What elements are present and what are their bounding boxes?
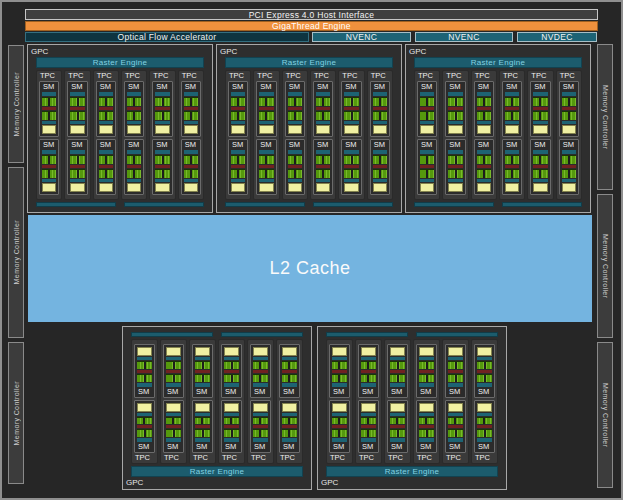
sm-teal-bar <box>448 92 462 96</box>
sm-block: SM <box>416 400 437 454</box>
sm-teal-bar <box>332 383 347 387</box>
tpc-column: TPCSMSM <box>499 70 525 200</box>
sm-core-grid <box>477 361 492 369</box>
sm-yellow-bar <box>42 183 56 192</box>
sm-maroon-bar <box>419 425 434 428</box>
sm-label: SM <box>448 83 462 91</box>
sm-teal-bar-thin <box>137 413 152 416</box>
gpc-label: GPC <box>409 46 582 57</box>
l2-cache-block: L2 Cache <box>28 215 592 322</box>
sm-teal-bar <box>99 92 113 96</box>
sm-label: SM <box>155 141 169 149</box>
sm-teal-bar <box>231 92 245 96</box>
sm-maroon-bar <box>477 370 492 373</box>
sm-core-grid <box>332 429 347 437</box>
sm-maroon-bar <box>184 107 198 110</box>
sm-core-grid <box>195 374 210 382</box>
sm-maroon-bar <box>282 425 297 428</box>
sm-maroon-bar <box>224 370 239 373</box>
tpc-column: TPCSMSM <box>556 70 582 200</box>
sm-yellow-bar <box>390 403 405 412</box>
sm-core-grid <box>316 155 330 164</box>
tpc-column: TPCSMSM <box>471 339 498 464</box>
memory-controller-right-1: Memory Controller <box>597 44 613 190</box>
sm-block: SM <box>221 400 242 454</box>
sm-teal-bar-thin <box>390 357 405 360</box>
sm-maroon-bar <box>155 107 169 110</box>
sm-maroon-bar <box>316 107 330 110</box>
sm-yellow-bar <box>70 125 84 134</box>
sm-block: SM <box>370 81 390 137</box>
sm-yellow-bar <box>448 403 463 412</box>
sm-label: SM <box>332 388 347 396</box>
sm-maroon-bar <box>505 165 519 168</box>
sm-maroon-bar <box>155 165 169 168</box>
sm-teal-bar-thin <box>562 121 576 124</box>
sm-core-grid <box>477 111 491 120</box>
sm-core-grid <box>137 361 152 369</box>
sm-yellow-bar <box>390 347 405 356</box>
sm-teal-bar <box>562 150 576 154</box>
sm-label: SM <box>420 141 434 149</box>
tpc-label: TPC <box>559 71 579 81</box>
sm-core-grid <box>155 97 169 106</box>
sm-label: SM <box>195 388 210 396</box>
tpc-column: TPCSMSM <box>178 70 204 200</box>
sm-core-grid <box>70 111 84 120</box>
sm-yellow-bar <box>373 125 387 134</box>
sm-block: SM <box>559 81 579 137</box>
sm-label: SM <box>533 141 547 149</box>
tpc-label: TPC <box>228 71 248 81</box>
sm-block: SM <box>559 139 579 195</box>
sm-maroon-bar <box>477 425 492 428</box>
tpc-column: TPCSMSM <box>384 339 411 464</box>
gpc-label: GPC <box>220 46 393 57</box>
sm-label: SM <box>361 388 376 396</box>
sm-maroon-bar <box>419 370 434 373</box>
sm-block: SM <box>256 81 276 137</box>
sm-core-grid <box>390 374 405 382</box>
sm-block: SM <box>445 400 466 454</box>
sm-label: SM <box>166 443 181 451</box>
sm-maroon-bar <box>166 370 181 373</box>
memory-controller-right-3: Memory Controller <box>597 342 613 488</box>
sm-core-grid <box>231 155 245 164</box>
sm-core-grid <box>373 169 387 178</box>
sm-label: SM <box>253 388 268 396</box>
gpc-connector-strip <box>131 332 213 337</box>
sm-block: SM <box>530 139 550 195</box>
gpc-label: GPC <box>321 477 498 488</box>
sm-maroon-bar <box>477 165 491 168</box>
sm-yellow-bar <box>259 125 273 134</box>
sm-teal-bar-thin <box>42 121 56 124</box>
sm-yellow-bar <box>361 347 376 356</box>
sm-label: SM <box>448 141 462 149</box>
sm-teal-bar <box>195 383 210 387</box>
sm-block: SM <box>285 139 305 195</box>
tpc-label: TPC <box>181 71 201 81</box>
sm-core-grid <box>42 155 56 164</box>
sm-core-grid <box>344 169 358 178</box>
sm-teal-bar <box>184 150 198 154</box>
sm-core-grid <box>99 155 113 164</box>
gpc-box: GPCRaster EngineTPCSMSMTPCSMSMTPCSMSMTPC… <box>405 44 591 213</box>
tpc-row: TPCSMSMTPCSMSMTPCSMSMTPCSMSMTPCSMSMTPCSM… <box>131 339 303 464</box>
tpc-column: TPCSMSM <box>121 70 147 200</box>
sm-core-grid <box>420 111 434 120</box>
sm-maroon-bar <box>316 165 330 168</box>
sm-teal-bar-thin <box>332 357 347 360</box>
sm-label: SM <box>155 83 169 91</box>
tpc-row: TPCSMSMTPCSMSMTPCSMSMTPCSMSMTPCSMSMTPCSM… <box>225 70 393 200</box>
sm-core-grid <box>224 429 239 437</box>
sm-yellow-bar <box>137 347 152 356</box>
tpc-label: TPC <box>192 453 213 463</box>
sm-teal-bar <box>420 150 434 154</box>
sm-block: SM <box>530 81 550 137</box>
sm-label: SM <box>477 83 491 91</box>
sm-teal-bar-thin <box>288 121 302 124</box>
top-gpc-row: GPCRaster EngineTPCSMSMTPCSMSMTPCSMSMTPC… <box>27 44 591 213</box>
gpc-box: GPCRaster EngineTPCSMSMTPCSMSMTPCSMSMTPC… <box>317 326 507 490</box>
sm-block: SM <box>152 81 172 137</box>
sm-teal-bar-thin <box>477 357 492 360</box>
sm-label: SM <box>477 141 491 149</box>
